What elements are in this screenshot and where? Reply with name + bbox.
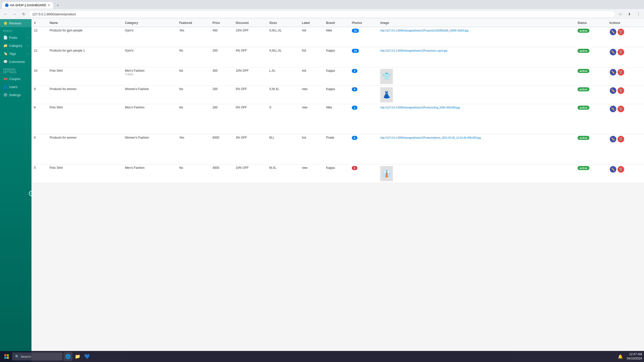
- taskbar-vscode-button[interactable]: 💙: [83, 352, 92, 361]
- cell-status: active: [575, 134, 607, 164]
- svg-rect-3: [7, 357, 9, 359]
- files-icon: 📁: [75, 354, 80, 359]
- url-input[interactable]: [29, 11, 615, 17]
- cell-name: Products for women: [47, 134, 122, 164]
- cell-featured: No: [177, 86, 210, 104]
- cell-category: Gym's: [123, 47, 177, 67]
- tab-favicon: [5, 4, 9, 7]
- vscode-icon: 💙: [84, 354, 90, 359]
- cell-category: Gym's: [123, 27, 177, 47]
- edit-button[interactable]: ✏️: [610, 106, 616, 112]
- sidebar-users-label: Users: [9, 85, 18, 89]
- cell-category: Men's FashionT-shirts: [123, 67, 177, 86]
- cell-label: hot: [299, 47, 324, 67]
- cell-actions: ✏️ 🗑️: [607, 164, 644, 183]
- delete-button[interactable]: 🗑️: [618, 166, 624, 173]
- browser-tab[interactable]: HA-SHOP || DASHBOARD ✕: [2, 2, 53, 9]
- sidebar-item-posts[interactable]: 📄 Posts ›: [0, 33, 31, 42]
- photos-badge: 0: [352, 166, 357, 170]
- bookmark-button[interactable]: ☆: [617, 11, 624, 18]
- cell-price: 200: [210, 104, 233, 134]
- refresh-button[interactable]: ↻: [20, 11, 27, 18]
- taskbar-search-label: Search: [21, 355, 31, 358]
- sidebar-item-coupon[interactable]: 🎟️ Coupon: [0, 75, 31, 83]
- edit-button[interactable]: ✏️: [610, 69, 616, 75]
- table-row: 8 Polo Shirt Men's Fashion No 200 0% OFF…: [31, 104, 644, 134]
- col-featured: Featured: [177, 19, 210, 27]
- cell-featured: Yes: [177, 27, 210, 47]
- cell-label: hot: [299, 67, 324, 86]
- cell-discount: 10% OFF: [233, 164, 267, 183]
- table-row: 9 Products for women Women's Fashion No …: [31, 86, 644, 104]
- sidebar-item-reviews[interactable]: ⭐ Reviews: [0, 19, 31, 27]
- taskbar-notification-button[interactable]: 🔔: [616, 352, 625, 361]
- sidebar-item-users[interactable]: 👤 Users: [0, 83, 31, 91]
- cell-discount: 10% OFF: [233, 67, 267, 86]
- cell-category: Men's Fashion: [123, 164, 177, 183]
- sidebar-item-comments[interactable]: 💬 Comments: [0, 58, 31, 66]
- back-button[interactable]: ←: [2, 11, 9, 18]
- delete-button[interactable]: 🗑️: [618, 87, 624, 94]
- taskbar-chrome-button[interactable]: 🌐: [63, 352, 72, 361]
- photos-badge: 3: [352, 69, 357, 73]
- cell-price: 6000: [210, 134, 233, 164]
- cell-id: 8: [31, 104, 47, 134]
- cell-category: Women's Fashion: [123, 134, 177, 164]
- product-image-url: http://127.0.0.1:8000/storage/photos/1/P…: [380, 106, 460, 109]
- download-button[interactable]: ⬇: [626, 11, 633, 18]
- table-row: 5 Polo Shirt Men's Fashion No 4000 10% O…: [31, 164, 644, 183]
- product-image-placeholder: 👔: [380, 166, 393, 181]
- cell-featured: No: [177, 67, 210, 86]
- sidebar-tags-label: Tags: [9, 52, 16, 56]
- delete-button[interactable]: 🗑️: [618, 29, 624, 35]
- cell-actions: ✏️ 🗑️: [607, 134, 644, 164]
- tab-close-button[interactable]: ✕: [48, 4, 50, 7]
- cell-image: 👕: [378, 67, 575, 86]
- comments-icon: 💬: [3, 60, 8, 64]
- edit-button[interactable]: ✏️: [610, 166, 616, 173]
- table-header-row: # Name Category Featured Price Discount …: [31, 19, 644, 27]
- delete-button[interactable]: 🗑️: [618, 69, 624, 75]
- cell-brand: Prada: [324, 134, 349, 164]
- forward-button[interactable]: →: [11, 11, 18, 18]
- cell-price: 300: [210, 67, 233, 86]
- users-icon: 👤: [3, 85, 8, 89]
- table-row: 6 Products for women Women's Fashion Yes…: [31, 134, 644, 164]
- cell-status: active: [575, 86, 607, 104]
- cell-photos: 6: [349, 134, 378, 164]
- posts-arrow-icon: ›: [28, 36, 28, 39]
- taskbar-search-bar[interactable]: 🔍 Search: [12, 352, 62, 360]
- sidebar-item-category[interactable]: 📁 Category ›: [0, 42, 31, 50]
- edit-button[interactable]: ✏️: [610, 136, 616, 142]
- cell-name: Products for women: [47, 86, 122, 104]
- sidebar: ⭐ Reviews POSTS 📄 Posts › 📁 Category › 🏷…: [0, 19, 31, 362]
- taskbar-files-button[interactable]: 📁: [73, 352, 82, 361]
- delete-button[interactable]: 🗑️: [618, 106, 624, 112]
- edit-button[interactable]: ✏️: [610, 87, 616, 94]
- posts-icon: 📄: [3, 35, 8, 39]
- chrome-icon: 🌐: [65, 354, 71, 359]
- cell-photos: 0: [349, 164, 378, 183]
- tab-bar: HA-SHOP || DASHBOARD ✕ +: [0, 0, 644, 9]
- cell-name: Polo Shirt: [47, 164, 122, 183]
- col-photos: Photos: [349, 19, 378, 27]
- delete-button[interactable]: 🗑️: [618, 136, 624, 142]
- edit-button[interactable]: ✏️: [610, 29, 616, 35]
- sidebar-item-settings[interactable]: ⚙️ Settings: [0, 91, 31, 99]
- sidebar-item-tags[interactable]: 🏷️ Tags ›: [0, 50, 31, 58]
- start-button[interactable]: [2, 352, 11, 361]
- menu-button[interactable]: ⋮: [635, 11, 642, 18]
- photos-badge: 10: [352, 49, 359, 53]
- reviews-icon: ⭐: [3, 21, 8, 25]
- sidebar-collapse-button[interactable]: ◀: [29, 191, 31, 196]
- cell-actions: ✏️ 🗑️: [607, 27, 644, 47]
- cell-sizes: S,M,XL: [267, 86, 299, 104]
- cell-id: 11: [31, 47, 47, 67]
- cell-sizes: L,XL: [267, 67, 299, 86]
- sidebar-item-reviews-label: Reviews: [9, 21, 21, 25]
- edit-button[interactable]: ✏️: [610, 49, 616, 55]
- new-tab-button[interactable]: +: [54, 2, 61, 9]
- product-image-url: http://127.0.0.1:8000/storage/photos/1/P…: [380, 136, 481, 139]
- cell-label: hot: [299, 134, 324, 164]
- delete-button[interactable]: 🗑️: [618, 49, 624, 55]
